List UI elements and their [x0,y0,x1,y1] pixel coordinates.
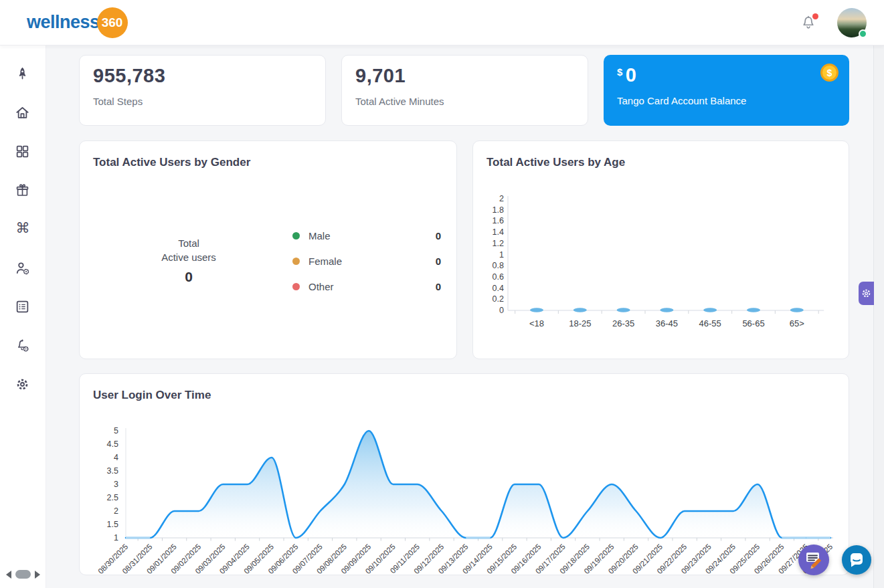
legend-label: Female [308,256,342,267]
svg-text:65>: 65> [790,318,804,328]
legend-item-other[interactable]: Other0 [292,274,441,299]
sidebar-collapse-control[interactable] [6,570,40,579]
home-icon [15,105,30,120]
sidebar-item-settings[interactable] [0,365,45,403]
notification-settings-icon [15,338,30,353]
svg-text:<18: <18 [529,318,544,328]
age-chart-title: Total Active Users by Age [487,156,625,169]
chat-launcher-button[interactable] [842,545,871,575]
sidebar-item-home[interactable] [0,93,45,132]
sidebar: ⌘ [0,45,46,588]
collapse-right-arrow-icon[interactable] [35,571,40,579]
total-steps-label: Total Steps [93,96,143,107]
total-steps-value: 955,783 [93,65,165,87]
login-chart-series [126,431,830,538]
logo-text: wellness [27,12,100,33]
collapse-handle[interactable] [15,570,31,579]
rocket-icon [15,66,30,82]
sidebar-item-notification-settings[interactable] [0,326,45,365]
gender-chart-card: Total Active Users by Gender Total Activ… [79,140,457,359]
svg-text:1: 1 [499,250,504,260]
app-header: wellness 360 [0,0,884,45]
svg-text:26-35: 26-35 [612,318,634,328]
login-chart-y-labels: 11.522.533.544.55 [107,426,118,543]
settings-icon [15,377,30,392]
svg-text:1.2: 1.2 [493,239,504,248]
app-logo[interactable]: wellness 360 [27,7,128,38]
notifications-bell-icon[interactable] [800,14,817,31]
sidebar-item-rewards[interactable] [0,171,45,209]
sidebar-item-user-management[interactable] [0,248,45,287]
login-chart-card: User Login Over Time 11.522.533.544.5508… [79,373,849,575]
svg-text:2.5: 2.5 [107,493,118,502]
user-avatar[interactable] [837,8,867,37]
age-chart-axes [508,196,824,314]
svg-text:56-65: 56-65 [742,318,764,328]
svg-text:0.4: 0.4 [493,284,504,293]
sidebar-item-programs[interactable]: ⌘ [0,209,45,248]
tango-balance-value: $0 [617,64,636,86]
gear-icon [861,288,872,299]
svg-text:1: 1 [114,533,118,543]
sidebar-item-challenges[interactable] [0,54,45,93]
coin-icon: $ [820,64,838,82]
svg-text:1.5: 1.5 [107,520,118,529]
login-chart-x-labels: 08/30/202508/31/202509/01/202509/02/2025… [96,543,834,575]
gender-chart-center-total: Total Active users 0 [139,236,239,285]
age-bar-chart: 00.20.40.60.811.21.41.61.82<1818-2526-35… [473,141,849,359]
svg-text:5: 5 [114,426,118,435]
legend-dot [292,283,300,290]
legend-label: Other [308,281,334,292]
svg-text:1.4: 1.4 [493,227,504,237]
tango-balance-label: Tango Card Account Balance [617,95,746,106]
age-chart-card: Total Active Users by Age 00.20.40.60.81… [472,140,849,359]
gift-icon [15,183,30,198]
legend-item-male[interactable]: Male0 [292,223,441,248]
svg-text:3.5: 3.5 [107,466,118,476]
chat-bubble-icon [842,545,871,575]
svg-text:46-55: 46-55 [699,318,721,328]
legend-value: 0 [436,281,441,292]
gender-legend: Male0Female0Other0 [292,223,441,299]
online-status-dot [859,29,867,38]
login-chart-title: User Login Over Time [93,389,211,402]
legend-item-female[interactable]: Female0 [292,248,441,274]
svg-text:18-25: 18-25 [569,318,591,328]
svg-text:0.6: 0.6 [493,272,504,282]
collapse-left-arrow-icon[interactable] [6,571,11,579]
gender-total-value: 0 [139,269,239,285]
svg-text:1.8: 1.8 [493,205,504,215]
legend-dot [292,232,300,239]
total-active-minutes-value: 9,701 [355,65,406,87]
sidebar-item-reports[interactable] [0,287,45,326]
survey-pencil-icon [798,545,829,575]
svg-text:0: 0 [499,306,504,315]
list-icon [15,299,30,314]
svg-text:0.8: 0.8 [493,261,504,270]
command-icon: ⌘ [15,221,31,237]
svg-text:1.6: 1.6 [493,216,504,225]
total-active-minutes-card: 9,701 Total Active Minutes [341,55,588,126]
age-chart-y-labels: 00.20.40.60.811.21.41.61.82 [493,194,504,315]
total-active-minutes-label: Total Active Minutes [355,96,444,107]
legend-dot [292,258,300,265]
tango-card-balance-card[interactable]: $0 Tango Card Account Balance $ [604,55,849,126]
svg-text:2: 2 [114,506,118,516]
user-settings-icon [15,260,30,276]
floating-settings-button[interactable] [859,282,874,305]
svg-text:3: 3 [114,480,118,489]
svg-text:2: 2 [499,194,504,203]
login-area-chart: 11.522.533.544.5508/30/202508/31/202509/… [80,374,849,575]
svg-text:4: 4 [114,453,118,462]
svg-text:4.5: 4.5 [107,439,118,449]
svg-text:0.2: 0.2 [493,294,504,304]
gender-chart-title: Total Active Users by Gender [93,156,250,169]
legend-value: 0 [436,256,441,267]
unread-indicator-dot [812,13,818,19]
dashboard-grid-icon [15,144,30,159]
scrollbar[interactable] [873,45,884,588]
survey-feedback-button[interactable] [798,545,829,575]
legend-value: 0 [436,230,441,241]
sidebar-item-dashboard[interactable] [0,132,45,171]
age-chart-x-labels: <1818-2526-3536-4546-5556-6565> [529,318,804,328]
